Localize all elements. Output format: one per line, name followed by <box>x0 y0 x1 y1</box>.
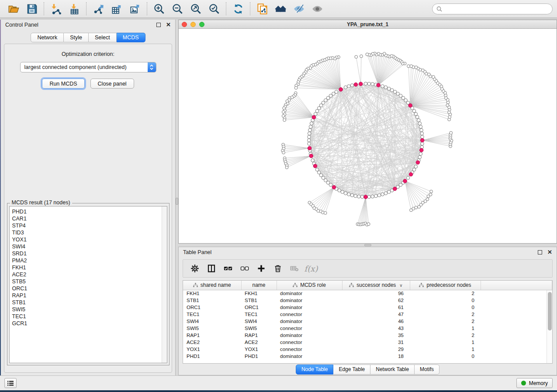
tab-network-table[interactable]: Network Table <box>370 364 415 375</box>
node-table-grid[interactable]: shared namenameMCDS rolesuccessor nodes∨… <box>183 281 552 360</box>
task-history-button[interactable] <box>4 378 17 388</box>
result-node-item[interactable]: RAP1 <box>12 292 167 299</box>
table-panel: Table Panel ✕ f(x) shared namenameMCDS r… <box>178 247 557 375</box>
result-node-item[interactable]: PHD1 <box>12 208 167 215</box>
result-node-item[interactable]: ORC1 <box>12 285 167 292</box>
column-header-name[interactable]: name <box>241 281 277 290</box>
import-network-button[interactable] <box>47 1 65 16</box>
zoom-fit-button[interactable] <box>187 1 205 16</box>
tab-style[interactable]: Style <box>64 33 89 42</box>
float-panel-icon[interactable] <box>538 250 542 254</box>
result-node-item[interactable]: PMA2 <box>12 257 167 264</box>
optimization-label: Optimization criterion: <box>62 51 114 57</box>
zoom-out-icon <box>172 3 183 15</box>
save-session-button[interactable] <box>23 1 41 16</box>
open-file-icon <box>8 3 20 15</box>
import-table-button[interactable] <box>65 1 83 16</box>
result-node-item[interactable]: STB1 <box>12 299 167 306</box>
zoom-fit-icon <box>190 3 202 15</box>
search-input[interactable] <box>445 6 548 12</box>
first-neighbors-button[interactable] <box>271 1 290 16</box>
function-builder-button[interactable]: f(x) <box>304 261 318 275</box>
table-row[interactable]: YOX1YOX1connector291 <box>183 346 552 353</box>
table-row[interactable]: TEC1TEC1connector472 <box>183 311 552 318</box>
splitter-grip[interactable] <box>364 244 371 246</box>
column-header-MCDS-role[interactable]: MCDS role <box>277 281 342 290</box>
result-node-item[interactable]: GCR1 <box>12 320 167 327</box>
tab-node-table[interactable]: Node Table <box>296 364 334 375</box>
result-node-item[interactable]: TEC1 <box>12 313 167 320</box>
result-node-item[interactable]: SWI5 <box>12 306 167 313</box>
show-eye-icon <box>311 3 323 15</box>
result-node-item[interactable]: ACE2 <box>12 271 167 278</box>
tab-select[interactable]: Select <box>89 33 117 42</box>
column-header-shared-name[interactable]: shared name <box>183 281 241 290</box>
mcds-result-list[interactable]: PHD1CAR1STP4TID3YOX1SWI4SRD1PMA2FKH1ACE2… <box>9 206 167 363</box>
result-node-item[interactable]: TID3 <box>12 229 167 236</box>
hide-selected-button[interactable] <box>290 1 308 16</box>
network-canvas[interactable] <box>179 29 557 243</box>
export-network-button[interactable] <box>89 1 107 16</box>
delete-table-button[interactable] <box>287 261 302 275</box>
table-row[interactable]: ORC1ORC1dominator610 <box>183 304 552 311</box>
result-node-item[interactable]: SWI4 <box>12 243 167 250</box>
zoom-out-button[interactable] <box>168 1 187 16</box>
result-node-item[interactable]: CAR1 <box>12 215 167 222</box>
delete-column-button[interactable] <box>270 261 285 275</box>
memory-button[interactable]: Memory <box>516 378 553 388</box>
export-image-button[interactable] <box>126 1 144 16</box>
zoom-selected-button[interactable] <box>205 1 223 16</box>
close-panel-button[interactable]: Close panel <box>90 79 134 89</box>
splitter-grip[interactable] <box>176 198 178 205</box>
vertical-splitter[interactable] <box>176 20 178 375</box>
result-node-item[interactable]: FKH1 <box>12 264 167 271</box>
tab-mcds[interactable]: MCDS <box>117 33 145 42</box>
horizontal-splitter[interactable] <box>178 244 557 247</box>
column-header-predecessor-nodes[interactable]: predecessor nodes <box>410 281 481 290</box>
network-window-titlebar: YPA_prune.txt_1 <box>179 20 557 29</box>
network-window: YPA_prune.txt_1 <box>178 20 557 244</box>
result-scrollbar[interactable] <box>162 206 167 363</box>
close-panel-icon[interactable]: ✕ <box>166 23 171 27</box>
result-node-item[interactable]: YOX1 <box>12 236 167 243</box>
optimization-select[interactable]: largest connected component (undirected) <box>20 62 156 72</box>
export-table-icon <box>111 3 123 15</box>
deselect-all-button[interactable] <box>237 261 252 275</box>
result-node-item[interactable]: STP4 <box>12 222 167 229</box>
open-file-button[interactable] <box>4 1 23 16</box>
duplicate-network-button[interactable] <box>253 1 271 16</box>
table-row[interactable]: FKH1FKH1dominator962 <box>183 290 552 297</box>
scrollbar-thumb[interactable] <box>548 292 552 330</box>
memory-label: Memory <box>529 380 548 386</box>
search-box[interactable] <box>432 3 553 14</box>
column-header-successor-nodes[interactable]: successor nodes∨ <box>342 281 410 290</box>
tab-network[interactable]: Network <box>31 33 64 42</box>
table-row[interactable]: PHD1PHD1dominator180 <box>183 353 552 360</box>
zoom-in-button[interactable] <box>150 1 168 16</box>
result-node-item[interactable]: SRD1 <box>12 250 167 257</box>
run-mcds-button[interactable]: Run MCDS <box>42 79 84 89</box>
table-scrollbar[interactable] <box>547 290 552 363</box>
tab-motifs[interactable]: Motifs <box>415 364 439 375</box>
table-row[interactable]: SWI4SWI4dominator462 <box>183 318 552 325</box>
zoom-in-icon <box>153 3 165 15</box>
select-all-button[interactable] <box>221 261 235 275</box>
table-row[interactable]: SWI5SWI5connector431 <box>183 325 552 332</box>
show-columns-button[interactable] <box>204 261 219 275</box>
refresh-button[interactable] <box>229 1 247 16</box>
show-all-button[interactable] <box>308 1 326 16</box>
search-icon <box>436 6 442 12</box>
result-node-item[interactable]: STB5 <box>12 278 167 285</box>
table-row[interactable]: ACE2ACE2connector311 <box>183 339 552 346</box>
network-graph[interactable] <box>179 29 557 243</box>
control-panel-tabs: NetworkStyleSelectMCDS <box>1 33 175 42</box>
table-row[interactable]: STB1STB1dominator620 <box>183 297 552 304</box>
tab-edge-table[interactable]: Edge Table <box>333 364 370 375</box>
gear-button[interactable] <box>187 261 202 275</box>
add-column-button[interactable] <box>254 261 269 275</box>
close-panel-icon[interactable]: ✕ <box>547 250 552 254</box>
export-table-button[interactable] <box>107 1 126 16</box>
float-panel-icon[interactable] <box>156 23 161 27</box>
network-window-title: YPA_prune.txt_1 <box>179 21 557 28</box>
table-row[interactable]: RAP1RAP1dominator352 <box>183 332 552 339</box>
